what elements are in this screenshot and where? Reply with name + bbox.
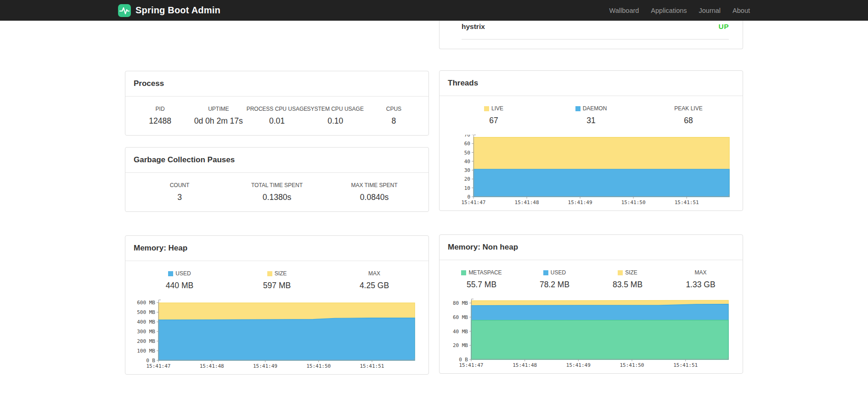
brand-title: Spring Boot Admin	[135, 5, 220, 16]
stat-nonheap-metaspace-value: 55.7 MB	[445, 280, 518, 290]
stat-threads-live-label: LIVE	[445, 105, 542, 112]
svg-text:15:41:50: 15:41:50	[621, 199, 646, 205]
stat-gc-count: COUNT 3	[131, 182, 228, 202]
svg-text:15:41:51: 15:41:51	[360, 363, 384, 369]
stat-gc-max: MAX TIME SPENT 0.0840s	[326, 182, 423, 202]
stat-nonheap-size: SIZE 83.5 MB	[591, 269, 664, 290]
stat-nonheap-used: USED 78.2 MB	[518, 269, 591, 290]
threads-chart: 01020304050607015:41:4715:41:4815:41:491…	[446, 135, 732, 209]
legend-swatch-metaspace	[461, 270, 466, 275]
gc-panel-title: Garbage Collection Pauses	[125, 148, 428, 173]
stat-system-cpu-label: SYSTEM CPU USAGE	[306, 106, 365, 112]
status-badge: UP	[718, 23, 729, 31]
threads-panel-title: Threads	[440, 71, 743, 96]
svg-text:50: 50	[464, 150, 470, 156]
svg-text:30: 30	[464, 167, 470, 173]
stat-process-cpu-value: 0.01	[248, 116, 306, 126]
stat-heap-used-value: 440 MB	[131, 281, 228, 290]
svg-text:15:41:51: 15:41:51	[673, 362, 698, 368]
heap-stats: USED 440 MB SIZE 597 MB MAX 4.25 GB	[125, 261, 428, 300]
svg-text:100 MB: 100 MB	[137, 348, 155, 354]
nav-item-about[interactable]: About	[727, 7, 750, 14]
legend-swatch-nonheap-size	[618, 270, 623, 275]
svg-text:15:41:49: 15:41:49	[568, 199, 592, 205]
svg-text:500 MB: 500 MB	[137, 309, 155, 315]
stat-threads-daemon-label: DAEMON	[542, 105, 640, 112]
stat-cpus-value: 8	[365, 116, 423, 126]
stat-nonheap-size-value: 83.5 MB	[591, 280, 664, 290]
threads-stats: LIVE 67 DAEMON 31 PEAK LIVE 68	[440, 96, 743, 135]
stat-nonheap-used-label: USED	[518, 269, 591, 276]
nonheap-chart: 0 B20 MB40 MB60 MB80 MB15:41:4715:41:481…	[446, 299, 731, 371]
nonheap-chart-wrap: 0 B20 MB40 MB60 MB80 MB15:41:4715:41:481…	[440, 299, 743, 373]
gc-panel: Garbage Collection Pauses COUNT 3 TOTAL …	[125, 147, 429, 212]
stat-nonheap-size-label: SIZE	[591, 269, 664, 276]
stat-gc-total-label: TOTAL TIME SPENT	[228, 182, 326, 188]
svg-text:10: 10	[464, 185, 470, 191]
svg-text:60 MB: 60 MB	[453, 314, 468, 320]
stat-nonheap-max-value: 1.33 GB	[664, 280, 737, 290]
stat-nonheap-metaspace-label: METASPACE	[445, 269, 518, 276]
legend-swatch-nonheap-used	[543, 270, 548, 275]
nonheap-panel-title: Memory: Non heap	[440, 235, 743, 260]
svg-text:80 MB: 80 MB	[453, 300, 468, 306]
health-panel: hystrix UP	[439, 21, 743, 49]
nonheap-panel: Memory: Non heap METASPACE 55.7 MB USED …	[439, 234, 743, 374]
svg-text:200 MB: 200 MB	[137, 338, 155, 344]
stat-heap-used: USED 440 MB	[131, 270, 228, 290]
process-panel: Process PID 12488 UPTIME 0d 0h 2m 17s PR…	[125, 71, 429, 136]
nav-item-wallboard[interactable]: Wallboard	[603, 7, 645, 14]
svg-text:40 MB: 40 MB	[453, 329, 468, 335]
svg-text:15:41:47: 15:41:47	[147, 363, 171, 369]
svg-text:15:41:48: 15:41:48	[513, 362, 537, 368]
top-navbar: Spring Boot Admin Wallboard Applications…	[0, 0, 868, 21]
stat-uptime-value: 0d 0h 2m 17s	[189, 116, 248, 126]
process-panel-title: Process	[125, 71, 428, 97]
stat-uptime: UPTIME 0d 0h 2m 17s	[189, 106, 248, 126]
left-column: Process PID 12488 UPTIME 0d 0h 2m 17s PR…	[125, 21, 429, 375]
stat-heap-max-value: 4.25 GB	[326, 281, 423, 290]
stat-nonheap-max-label: MAX	[664, 269, 737, 276]
svg-text:600 MB: 600 MB	[137, 300, 155, 306]
svg-text:15:41:51: 15:41:51	[675, 199, 699, 205]
stat-threads-peak-value: 68	[640, 116, 737, 125]
process-stats: PID 12488 UPTIME 0d 0h 2m 17s PROCESS CP…	[125, 97, 428, 135]
stat-cpus-label: CPUS	[365, 106, 423, 112]
stat-system-cpu: SYSTEM CPU USAGE 0.10	[306, 106, 365, 126]
stat-heap-max: MAX 4.25 GB	[326, 270, 423, 290]
stat-heap-size-value: 597 MB	[228, 281, 326, 290]
stat-threads-daemon-value: 31	[542, 116, 640, 125]
svg-text:70: 70	[464, 135, 470, 138]
legend-swatch-live	[484, 106, 489, 111]
main-content: Process PID 12488 UPTIME 0d 0h 2m 17s PR…	[125, 21, 743, 375]
heap-panel-title: Memory: Heap	[125, 236, 428, 261]
svg-text:20 MB: 20 MB	[453, 342, 468, 348]
stat-heap-size: SIZE 597 MB	[228, 270, 326, 290]
nonheap-stats: METASPACE 55.7 MB USED 78.2 MB SIZE	[440, 260, 743, 299]
stat-threads-live-value: 67	[445, 116, 542, 125]
service-name: hystrix	[462, 23, 485, 31]
svg-text:15:41:47: 15:41:47	[462, 199, 486, 205]
nav-item-applications[interactable]: Applications	[645, 7, 693, 14]
stat-system-cpu-value: 0.10	[306, 116, 365, 126]
stat-nonheap-metaspace: METASPACE 55.7 MB	[445, 269, 518, 290]
stat-uptime-label: UPTIME	[189, 106, 248, 112]
threads-panel: Threads LIVE 67 DAEMON 31	[439, 70, 743, 211]
stat-nonheap-max: MAX 1.33 GB	[664, 269, 737, 290]
legend-swatch-daemon	[575, 106, 581, 111]
svg-text:15:41:50: 15:41:50	[620, 362, 644, 368]
stat-process-cpu: PROCESS CPU USAGE 0.01	[248, 106, 306, 126]
svg-text:300 MB: 300 MB	[137, 329, 155, 335]
svg-text:15:41:49: 15:41:49	[566, 362, 591, 368]
stat-cpus: CPUS 8	[365, 106, 423, 126]
threads-chart-wrap: 01020304050607015:41:4715:41:4815:41:491…	[440, 135, 743, 211]
nav-item-journal[interactable]: Journal	[693, 7, 727, 14]
svg-text:40: 40	[464, 159, 470, 165]
heap-chart-wrap: 0 B100 MB200 MB300 MB400 MB500 MB600 MB1…	[125, 300, 428, 374]
stat-pid: PID 12488	[131, 106, 189, 126]
svg-text:15:41:47: 15:41:47	[459, 362, 484, 368]
brand-logo-icon	[118, 4, 131, 17]
stat-threads-peak: PEAK LIVE 68	[640, 105, 737, 125]
heap-chart: 0 B100 MB200 MB300 MB400 MB500 MB600 MB1…	[132, 300, 417, 372]
brand-link[interactable]: Spring Boot Admin	[118, 4, 220, 17]
